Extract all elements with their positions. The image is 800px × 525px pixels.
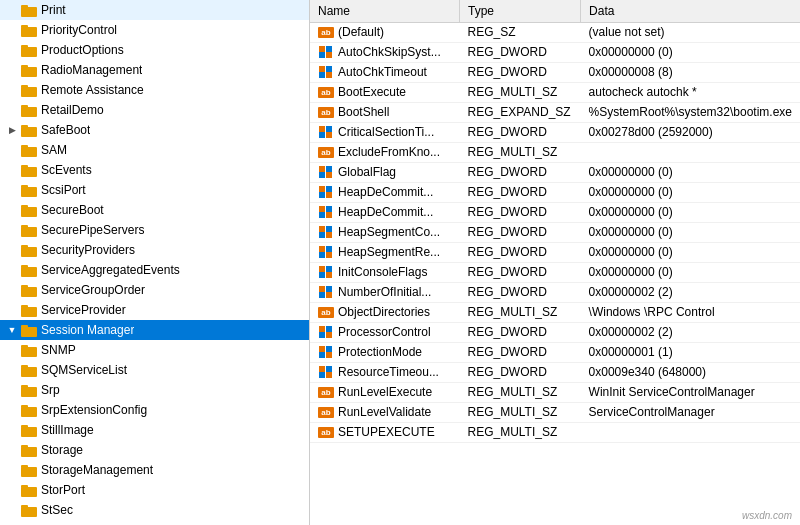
table-row[interactable]: HeapSegmentCo...REG_DWORD0x00000000 (0): [310, 222, 800, 242]
tree-item-label: SAM: [41, 143, 67, 157]
table-row[interactable]: ab(Default)REG_SZ(value not set): [310, 22, 800, 42]
svg-rect-103: [326, 352, 332, 358]
table-row[interactable]: HeapSegmentRe...REG_DWORD0x00000000 (0): [310, 242, 800, 262]
reg-name-cell: abSETUPEXECUTE: [310, 422, 460, 442]
svg-rect-25: [21, 247, 37, 257]
reg-data-cell: 0x00000000 (0): [581, 202, 800, 222]
table-row[interactable]: abBootShellREG_EXPAND_SZ%SystemRoot%\sys…: [310, 102, 800, 122]
table-row[interactable]: ResourceTimeou...REG_DWORD0x0009e340 (64…: [310, 362, 800, 382]
svg-rect-13: [21, 127, 37, 137]
tree-item[interactable]: SecurityProviders: [0, 240, 309, 260]
table-row[interactable]: NumberOfInitial...REG_DWORD0x00000002 (2…: [310, 282, 800, 302]
tree-item[interactable]: RadioManagement: [0, 60, 309, 80]
reg-name-cell: abRunLevelExecute: [310, 382, 460, 402]
tree-item[interactable]: StorPort: [0, 480, 309, 500]
tree-item[interactable]: Remote Assistance: [0, 80, 309, 100]
tree-item-label: RadioManagement: [41, 63, 142, 77]
svg-rect-39: [21, 387, 37, 397]
tree-item-label: Session Manager: [41, 323, 134, 337]
folder-icon: [20, 443, 38, 457]
tree-item[interactable]: SrpExtensionConfig: [0, 400, 309, 420]
tree-item[interactable]: SystemInformation: [0, 520, 309, 525]
table-row[interactable]: HeapDeCommit...REG_DWORD0x00000000 (0): [310, 182, 800, 202]
tree-item[interactable]: SQMServiceList: [0, 360, 309, 380]
table-row[interactable]: ProtectionModeREG_DWORD0x00000001 (1): [310, 342, 800, 362]
tree-item[interactable]: SAM: [0, 140, 309, 160]
table-row[interactable]: abBootExecuteREG_MULTI_SZautocheck autoc…: [310, 82, 800, 102]
tree-item[interactable]: SecureBoot: [0, 200, 309, 220]
table-row[interactable]: ProcessorControlREG_DWORD0x00000002 (2): [310, 322, 800, 342]
tree-item[interactable]: PriorityControl: [0, 20, 309, 40]
svg-rect-3: [21, 27, 37, 37]
tree-item[interactable]: ▼Session Manager: [0, 320, 309, 340]
reg-dword-icon: [318, 185, 334, 199]
tree-item[interactable]: RetailDemo: [0, 100, 309, 120]
reg-data-cell: 0x00000001 (1): [581, 342, 800, 362]
svg-rect-84: [319, 246, 325, 252]
reg-type-cell: REG_DWORD: [460, 222, 581, 242]
table-row[interactable]: abRunLevelExecuteREG_MULTI_SZWinInit Ser…: [310, 382, 800, 402]
svg-rect-100: [319, 346, 325, 352]
column-header-type[interactable]: Type: [460, 0, 581, 22]
table-row[interactable]: abExcludeFromKno...REG_MULTI_SZ: [310, 142, 800, 162]
table-row[interactable]: GlobalFlagREG_DWORD0x00000000 (0): [310, 162, 800, 182]
tree-item[interactable]: Print: [0, 0, 309, 20]
folder-icon: [20, 23, 38, 37]
reg-name: (Default): [338, 25, 384, 39]
reg-data-cell: autocheck autochk *: [581, 82, 800, 102]
column-header-name[interactable]: Name: [310, 0, 460, 22]
svg-rect-15: [21, 147, 37, 157]
table-row[interactable]: abRunLevelValidateREG_MULTI_SZServiceCon…: [310, 402, 800, 422]
table-row[interactable]: InitConsoleFlagsREG_DWORD0x00000000 (0): [310, 262, 800, 282]
registry-tree[interactable]: PrintPriorityControlProductOptionsRadioM…: [0, 0, 310, 525]
tree-item-label: Storage: [41, 443, 83, 457]
tree-item[interactable]: SNMP: [0, 340, 309, 360]
svg-rect-92: [319, 286, 325, 292]
registry-values: Name Type Data ab(Default)REG_SZ(value n…: [310, 0, 800, 525]
svg-rect-1: [21, 7, 37, 17]
reg-type-cell: REG_MULTI_SZ: [460, 82, 581, 102]
svg-rect-107: [326, 372, 332, 378]
folder-icon: [20, 263, 38, 277]
tree-item[interactable]: StSec: [0, 500, 309, 520]
column-header-data[interactable]: Data: [581, 0, 800, 22]
tree-item[interactable]: ServiceAggregatedEvents: [0, 260, 309, 280]
reg-name: InitConsoleFlags: [338, 265, 427, 279]
tree-item[interactable]: ServiceProvider: [0, 300, 309, 320]
tree-item-label: SecurePipeServers: [41, 223, 144, 237]
tree-item-label: SNMP: [41, 343, 76, 357]
tree-item-label: StorPort: [41, 483, 85, 497]
tree-item[interactable]: ScEvents: [0, 160, 309, 180]
reg-ab-icon: ab: [318, 147, 334, 158]
table-row[interactable]: abObjectDirectoriesREG_MULTI_SZ\Windows …: [310, 302, 800, 322]
svg-rect-51: [21, 507, 37, 517]
svg-rect-5: [21, 47, 37, 57]
svg-rect-76: [319, 206, 325, 212]
reg-type-cell: REG_DWORD: [460, 42, 581, 62]
table-row[interactable]: HeapDeCommit...REG_DWORD0x00000000 (0): [310, 202, 800, 222]
tree-item[interactable]: ProductOptions: [0, 40, 309, 60]
svg-rect-72: [319, 186, 325, 192]
svg-rect-71: [326, 172, 332, 178]
tree-item[interactable]: ScsiPort: [0, 180, 309, 200]
svg-rect-35: [21, 347, 37, 357]
svg-rect-64: [319, 126, 325, 132]
tree-item[interactable]: Srp: [0, 380, 309, 400]
tree-item[interactable]: ServiceGroupOrder: [0, 280, 309, 300]
tree-item[interactable]: StorageManagement: [0, 460, 309, 480]
tree-item[interactable]: Storage: [0, 440, 309, 460]
svg-rect-83: [326, 232, 332, 238]
table-row[interactable]: abSETUPEXECUTEREG_MULTI_SZ: [310, 422, 800, 442]
tree-item[interactable]: ▶SafeBoot: [0, 120, 309, 140]
svg-rect-80: [319, 226, 325, 232]
tree-item[interactable]: StillImage: [0, 420, 309, 440]
tree-item[interactable]: SecurePipeServers: [0, 220, 309, 240]
svg-rect-78: [319, 212, 325, 218]
table-row[interactable]: AutoChkTimeoutREG_DWORD0x00000008 (8): [310, 62, 800, 82]
reg-name: HeapSegmentRe...: [338, 245, 440, 259]
table-row[interactable]: AutoChkSkipSyst...REG_DWORD0x00000000 (0…: [310, 42, 800, 62]
svg-rect-97: [326, 326, 332, 332]
table-row[interactable]: CriticalSectionTi...REG_DWORD0x00278d00 …: [310, 122, 800, 142]
reg-name: ProcessorControl: [338, 325, 431, 339]
reg-data-cell: %SystemRoot%\system32\bootim.exe: [581, 102, 800, 122]
